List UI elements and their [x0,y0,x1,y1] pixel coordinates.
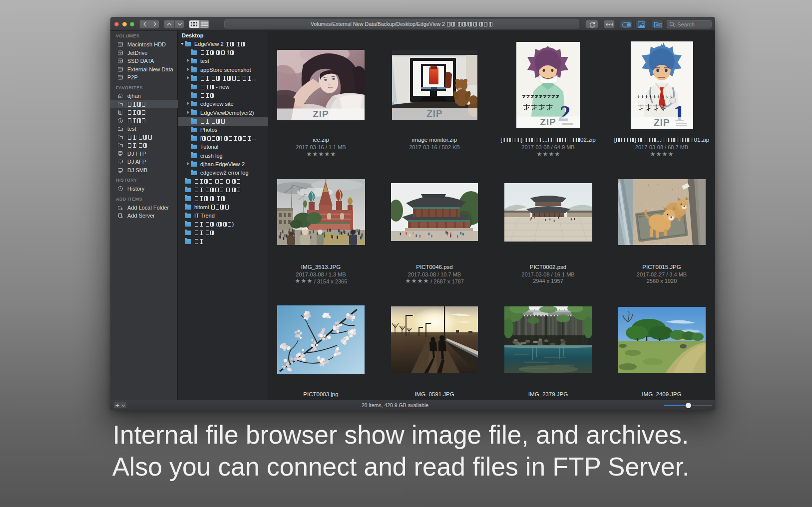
svg-text:ZIP: ZIP [313,109,329,119]
svg-text:ZIP: ZIP [426,108,443,119]
svg-text:ZIP: ZIP [540,117,556,127]
svg-text:ZIP: ZIP [654,117,670,128]
